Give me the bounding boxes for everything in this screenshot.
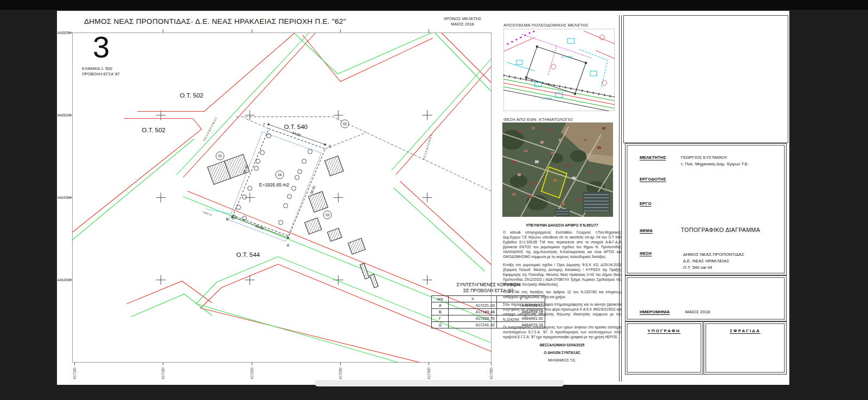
signature-label: ΥΠΟΓΡΑΦΗ — [626, 328, 703, 333]
map-y-axis: 4465050 4465000 4464950 4464900 — [58, 31, 72, 282]
study-time-label: ΧΡΟΝΟΣ ΜΕΛΕΤΗΣ — [431, 16, 494, 22]
map-x-axis: 417100 417150 417200 417250 417300 41735… — [73, 367, 493, 379]
planning-label-ot540: Ο.Τ. 540 — [561, 55, 572, 59]
thema-value: ΤΟΠΟΓΡΑΦΙΚΟ ΔΙΑΓΡΑΜΜΑ — [681, 227, 760, 233]
planning-study-inset: Ο.Τ. 540 Ο.Τ. 544 — [503, 29, 615, 111]
corner-label-beta: B — [226, 217, 229, 221]
declaration-place-date: ΘΕΣΣΑΛΟΝΙΚΗ 02/04/2025 — [503, 343, 621, 347]
map-frame-ticks — [69, 29, 492, 365]
cell-point: Δ — [432, 322, 449, 328]
y-tick-label: 4464900 — [58, 278, 72, 282]
planning-label-ot544: Ο.Τ. 544 — [541, 97, 552, 100]
cell-x: 417189.46 — [449, 309, 497, 315]
thesi-label: ΘΕΣΗ — [640, 251, 652, 256]
declaration-paragraph: ΥΠΑΓΕΤΑΙ στις διατάξεις του άρθρου 12 το… — [503, 289, 621, 299]
study-time-block: ΧΡΟΝΟΣ ΜΕΛΕΤΗΣ ΜΑΪΟΣ 2018 — [431, 16, 494, 27]
thesi-line2: Δ.Ε. ΝΕΑΣ ΗΡΑΚΛΕΙΑΣ — [683, 259, 729, 263]
parcel-dim-right: 56.91 — [309, 185, 316, 195]
date-label: ΗΜΕΡΟΜΗΝΙΑ — [640, 309, 670, 314]
stamp-label: ΣΦΡΑΓΙΔΑ — [704, 328, 786, 333]
corner-label-gamma: Γ — [264, 122, 266, 126]
block-label-544: Ο.Τ. 544 — [237, 251, 260, 258]
titleblock-divider — [619, 15, 622, 382]
tree-symbols — [232, 134, 312, 225]
col-header-aa: α/α — [432, 296, 449, 302]
block-label-540: Ο.Τ. 540 — [284, 124, 308, 130]
titleblock-signature: ΥΠΟΓΡΑΦΗ — [625, 321, 703, 375]
declaration-paragraph: Στην περιοχή λειτουργεί Γραφείο Κτηματογ… — [503, 302, 621, 321]
grid-cross-marks — [156, 111, 432, 285]
y-tick-label: 4465050 — [58, 31, 72, 35]
parcel-area-label: E=1926.65 m2 — [259, 182, 290, 188]
col-header-x: X — [449, 296, 497, 302]
declaration-signer-title: ΜΗΧΑΝΙΚΟΣ Τ.Ε. — [503, 358, 621, 362]
road-label-pezodromos-2: ΠΕΖΟΔΡΟΜΟΣ — [422, 133, 433, 160]
street-label-odos: ΟΔΟΣ 41 — [202, 211, 213, 217]
cadastre-inset-title: ΘΕΣΗ ΑΠΟ ΕΘΝ. ΚΤΗΜΑΤΟΛΟΓΙΟ — [503, 117, 573, 122]
titleblock-stamp: ΣΦΡΑΓΙΔΑ — [704, 321, 787, 375]
corner-label-delta: Δ — [329, 144, 331, 148]
block-dashed-boundary — [237, 117, 492, 191]
planning-inset-title: ΑΠΟΣΠΑΣΜΑ ΠΟΛΕΟΔΟΜΙΚΗΣ ΜΕΛΕΤΗΣ — [503, 23, 589, 28]
thema-label: ΘΕΜΑ — [640, 228, 653, 233]
date-value: ΜΑΪΟΣ 2018 — [685, 309, 710, 314]
meletitis-label: ΜΕΛΕΤΗΤΗΣ — [640, 155, 666, 160]
declaration-signer: Ο ΔΗΛΩΝ ΣΥΝΤΑΞΑΣ — [503, 351, 621, 354]
viewer-top-strip — [0, 0, 868, 10]
viewer-background: ΔΗΜΟΣ ΝΕΑΣ ΠΡΟΠΟΝΤΙΔΑΣ- Δ.Ε. ΝΕΑΣ ΗΡΑΚΛΕ… — [0, 0, 868, 400]
map-content: Ο.Τ. 502 Ο.Τ. 502 Ο.Τ. 540 Ο.Τ. 544 ΠΕΖΟ… — [73, 33, 492, 363]
horizontal-scrollbar-thumb[interactable] — [315, 380, 564, 386]
meletitis-name: ΓΕΩΡΓΙΟΣ ΕΥΣΤΑΘΙΟΥ — [681, 155, 727, 160]
titleblock-main: ΜΕΛΕΤΗΤΗΣ ΓΕΩΡΓΙΟΣ ΕΥΣΤΑΘΙΟΥ τ. Πολ. Μηχ… — [625, 143, 787, 275]
x-tick-label: 417300 — [427, 367, 431, 379]
survey-map: 4465050 4465000 4464950 4464900 417100 4… — [57, 26, 515, 384]
drawing-sheet: ΔΗΜΟΣ ΝΕΑΣ ΠΡΟΠΟΝΤΙΔΑΣ- Δ.Ε. ΝΕΑΣ ΗΡΑΚΛΕ… — [57, 11, 789, 385]
thesi-line3: Ο.Τ. 540 οικ 04 — [683, 265, 712, 270]
declaration-paragraph: Ο κάτωθι υπογεγραμμένος Ευσταθίου Γεώργι… — [503, 230, 621, 260]
cell-x: 417221.03 — [449, 302, 497, 309]
cell-point: Γ — [432, 315, 449, 322]
ergo-label: ΕΡΓΟ — [640, 201, 652, 206]
lot-number-01: 01 — [218, 154, 222, 158]
lot-number-04: 04 — [278, 173, 282, 177]
block-label-502b: Ο.Τ. 502 — [142, 127, 165, 133]
drawing-title: ΔΗΜΟΣ ΝΕΑΣ ΠΡΟΠΟΝΤΙΔΑΣ- Δ.Ε. ΝΕΑΣ ΗΡΑΚΛΕ… — [84, 17, 346, 25]
block-label-502a: Ο.Τ. 502 — [180, 92, 203, 99]
cell-x: 417209.70 — [449, 315, 497, 322]
y-tick-label: 4465000 — [58, 113, 72, 117]
meletitis-title: τ. Πολ. Μηχανικός Δομ. Έργων Τ.Ε. — [681, 162, 749, 166]
y-tick-label: 4464950 — [58, 196, 72, 199]
lot-number-03: 03 — [326, 213, 330, 217]
satellite-image — [502, 122, 613, 217]
declaration-paragraph: Οι αναγραφόμενες συντεταγμένες των ορίων… — [503, 325, 621, 339]
ergodotis-label: ΕΡΓΟΔΟΤΗΣ — [640, 177, 666, 182]
parcel-dim-top: 34.00 — [291, 131, 301, 137]
parcel-dim-bottom: 34.00 — [254, 224, 264, 230]
cell-point: Β — [432, 309, 449, 315]
x-tick-label: 417150 — [161, 367, 165, 379]
lot-number-02: 02 — [343, 122, 347, 126]
road-label-pezodromos-1: ΠΕΖΟΔΡΟΜΟΣ — [202, 116, 218, 141]
declaration-block: ΥΠΕΥΘΥΝΗ ΔΗΛΩΣΗ ΑΡΘΡΟ 5 Ν.651/77 Ο κάτωθ… — [503, 223, 621, 362]
x-tick-label: 417200 — [250, 367, 254, 379]
titleblock-empty-panel — [623, 15, 788, 143]
x-tick-label: 417100 — [73, 367, 76, 379]
corner-label-alpha: A — [287, 243, 290, 247]
building-footprints — [208, 154, 379, 288]
cell-point: Α — [432, 302, 449, 309]
cell-x: 417241.42 — [449, 322, 497, 328]
x-tick-label: 417350 — [489, 367, 493, 379]
declaration-paragraph: Ενταξη στο ρυμοτομικό σχέδιο / Όροι Δόμη… — [503, 262, 621, 287]
titleblock-date: ΗΜΕΡΟΜΗΝΙΑ ΜΑΪΟΣ 2018 — [625, 275, 787, 321]
x-tick-label: 417250 — [339, 367, 342, 379]
declaration-title: ΥΠΕΥΘΥΝΗ ΔΗΛΩΣΗ ΑΡΘΡΟ 5 Ν.651/77 — [503, 223, 621, 227]
thesi-line1: ΔΗΜΟΣ ΝΕΑΣ ΠΡΟΠΟΝΤΙΔΑΣ — [683, 252, 744, 257]
